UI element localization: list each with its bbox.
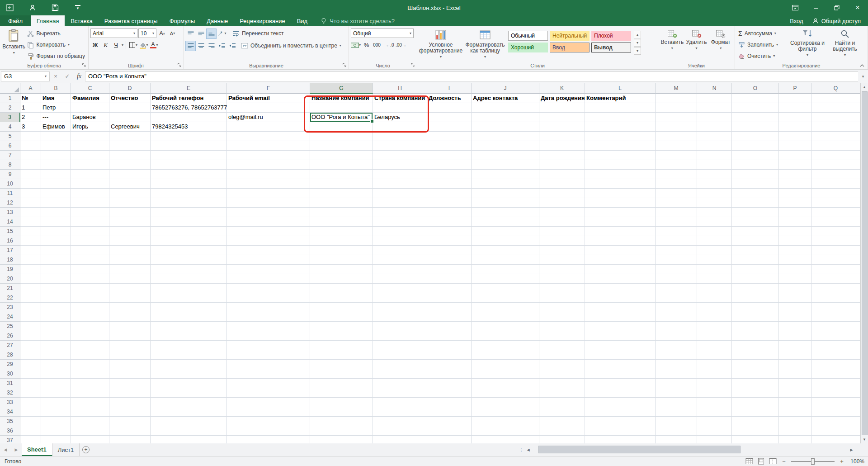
- cell-B18[interactable]: [41, 255, 71, 265]
- column-header-A[interactable]: A: [20, 83, 41, 94]
- cell-H15[interactable]: [373, 227, 427, 236]
- cell-K6[interactable]: [539, 141, 585, 151]
- cell-I9[interactable]: [427, 170, 472, 179]
- column-header-J[interactable]: J: [472, 83, 539, 94]
- cell-P24[interactable]: [779, 312, 811, 322]
- cell-Q3[interactable]: [811, 113, 860, 122]
- cell-E7[interactable]: [151, 151, 227, 160]
- cell-G10[interactable]: [310, 179, 373, 189]
- cell-P30[interactable]: [779, 369, 811, 379]
- cell-P18[interactable]: [779, 255, 811, 265]
- grow-font-button[interactable]: А▴: [157, 29, 167, 38]
- cell-F29[interactable]: [227, 360, 310, 369]
- borders-button[interactable]: ▾: [128, 40, 138, 50]
- customize-quick-access-icon[interactable]: ▾: [73, 3, 82, 12]
- cell-J4[interactable]: [472, 122, 539, 132]
- row-header-15[interactable]: 15: [0, 227, 20, 236]
- format-as-table-button[interactable]: Форматировать как таблицу ▾: [462, 28, 508, 62]
- cell-D15[interactable]: [109, 227, 151, 236]
- row-header-19[interactable]: 19: [0, 265, 20, 274]
- cell-C29[interactable]: [71, 360, 109, 369]
- cell-L8[interactable]: [585, 160, 656, 170]
- cell-J30[interactable]: [472, 369, 539, 379]
- cell-E27[interactable]: [151, 341, 227, 350]
- cell-J36[interactable]: [472, 426, 539, 436]
- horizontal-scroll-track[interactable]: [532, 443, 848, 456]
- cell-M14[interactable]: [656, 217, 697, 227]
- cell-I6[interactable]: [427, 141, 472, 151]
- cell-H27[interactable]: [373, 341, 427, 350]
- cell-B11[interactable]: [41, 189, 71, 198]
- cell-N25[interactable]: [697, 322, 732, 331]
- cell-style-Ввод[interactable]: Ввод: [550, 43, 590, 52]
- cell-E33[interactable]: [151, 398, 227, 407]
- cell-N36[interactable]: [697, 426, 732, 436]
- cell-J6[interactable]: [472, 141, 539, 151]
- cell-N37[interactable]: [697, 436, 732, 443]
- cell-K25[interactable]: [539, 322, 585, 331]
- cell-I11[interactable]: [427, 189, 472, 198]
- cell-H34[interactable]: [373, 407, 427, 417]
- cell-E9[interactable]: [151, 170, 227, 179]
- cell-I2[interactable]: [427, 103, 472, 113]
- font-name-select[interactable]: Arial ▾: [90, 29, 137, 38]
- cell-B31[interactable]: [41, 379, 71, 388]
- cell-A36[interactable]: [20, 426, 41, 436]
- tab-file[interactable]: Файл: [0, 15, 31, 26]
- zoom-in-button[interactable]: +: [839, 458, 845, 465]
- cell-C3[interactable]: Баранов: [71, 113, 109, 122]
- cell-I30[interactable]: [427, 369, 472, 379]
- cell-L30[interactable]: [585, 369, 656, 379]
- cell-D22[interactable]: [109, 293, 151, 303]
- cell-L16[interactable]: [585, 236, 656, 246]
- cell-I5[interactable]: [427, 132, 472, 141]
- cell-D19[interactable]: [109, 265, 151, 274]
- cell-F34[interactable]: [227, 407, 310, 417]
- row-header-36[interactable]: 36: [0, 426, 20, 436]
- cell-Q2[interactable]: [811, 103, 860, 113]
- cell-A11[interactable]: [20, 189, 41, 198]
- cell-L36[interactable]: [585, 426, 656, 436]
- cell-N30[interactable]: [697, 369, 732, 379]
- cell-G28[interactable]: [310, 350, 373, 360]
- cell-F16[interactable]: [227, 236, 310, 246]
- cell-H17[interactable]: [373, 246, 427, 255]
- cell-K27[interactable]: [539, 341, 585, 350]
- cell-A34[interactable]: [20, 407, 41, 417]
- cell-A1[interactable]: №: [20, 94, 41, 103]
- user-icon[interactable]: [28, 3, 37, 12]
- column-header-O[interactable]: O: [732, 83, 779, 94]
- scroll-down-icon[interactable]: ▼: [861, 436, 868, 443]
- vertical-scroll-thumb[interactable]: [862, 91, 868, 435]
- cell-C32[interactable]: [71, 388, 109, 398]
- cell-M7[interactable]: [656, 151, 697, 160]
- cell-L4[interactable]: [585, 122, 656, 132]
- cell-J16[interactable]: [472, 236, 539, 246]
- cell-O32[interactable]: [732, 388, 779, 398]
- cell-I1[interactable]: Должность: [427, 94, 472, 103]
- cell-B37[interactable]: [41, 436, 71, 443]
- cell-A8[interactable]: [20, 160, 41, 170]
- cell-P33[interactable]: [779, 398, 811, 407]
- cell-M25[interactable]: [656, 322, 697, 331]
- cell-F6[interactable]: [227, 141, 310, 151]
- cell-C31[interactable]: [71, 379, 109, 388]
- cell-A7[interactable]: [20, 151, 41, 160]
- cell-H21[interactable]: [373, 284, 427, 293]
- cell-N17[interactable]: [697, 246, 732, 255]
- zoom-slider[interactable]: [791, 458, 835, 465]
- cell-P35[interactable]: [779, 417, 811, 426]
- align-left-button[interactable]: [186, 41, 195, 51]
- cell-H5[interactable]: [373, 132, 427, 141]
- cell-I8[interactable]: [427, 160, 472, 170]
- cell-L22[interactable]: [585, 293, 656, 303]
- fill-button[interactable]: Заполнить ▾: [737, 40, 788, 50]
- select-all-button[interactable]: [0, 83, 20, 94]
- cell-L15[interactable]: [585, 227, 656, 236]
- cell-A25[interactable]: [20, 322, 41, 331]
- cell-K15[interactable]: [539, 227, 585, 236]
- cell-O20[interactable]: [732, 274, 779, 284]
- cell-C37[interactable]: [71, 436, 109, 443]
- cell-F17[interactable]: [227, 246, 310, 255]
- cell-E35[interactable]: [151, 417, 227, 426]
